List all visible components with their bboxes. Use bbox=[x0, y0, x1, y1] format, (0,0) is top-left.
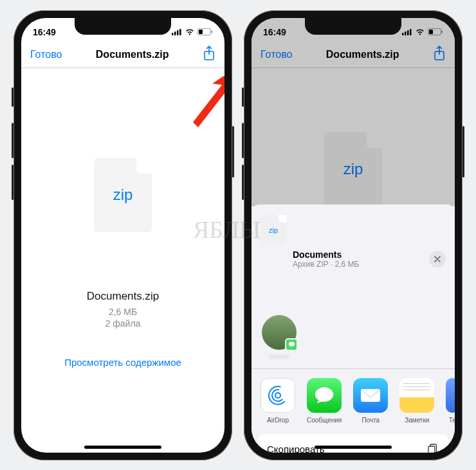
svg-rect-11 bbox=[407, 30, 409, 35]
status-time: 16:49 bbox=[33, 27, 56, 37]
file-name: Documents.zip bbox=[87, 290, 159, 303]
app-more[interactable]: Те bbox=[446, 378, 455, 424]
app-messages[interactable]: Сообщения bbox=[307, 378, 342, 424]
file-icon: zip bbox=[324, 132, 382, 206]
file-size: 2,6 МБ bbox=[109, 307, 137, 317]
close-icon bbox=[434, 256, 441, 262]
messages-icon bbox=[307, 378, 342, 413]
file-ext-label: zip bbox=[343, 160, 363, 178]
close-button[interactable] bbox=[429, 251, 446, 267]
svg-rect-2 bbox=[177, 30, 179, 35]
sheet-title: Documents bbox=[293, 249, 429, 260]
nav-bar: Готово Documents.zip bbox=[21, 42, 224, 68]
svg-rect-6 bbox=[212, 31, 213, 33]
page-title: Documents.zip bbox=[62, 49, 203, 60]
mail-icon bbox=[353, 378, 388, 413]
home-indicator[interactable] bbox=[315, 446, 392, 449]
done-button[interactable]: Готово bbox=[30, 49, 62, 60]
app-label: AirDrop bbox=[267, 417, 289, 424]
sheet-subtitle: Архив ZIP · 2,6 МБ bbox=[293, 260, 429, 269]
wifi-icon bbox=[415, 28, 425, 35]
phone-right: 16:49 Готово Documents.zip bbox=[244, 10, 462, 460]
page-title: Documents.zip bbox=[292, 49, 433, 60]
svg-point-17 bbox=[275, 393, 280, 398]
file-icon: zip bbox=[94, 158, 152, 232]
svg-rect-1 bbox=[174, 32, 176, 35]
svg-rect-14 bbox=[429, 30, 433, 34]
file-ext-label: zip bbox=[113, 186, 133, 204]
dimmed-background[interactable]: 16:49 Готово Documents.zip bbox=[252, 18, 455, 206]
action-list: Скопировать Сохранить в «Файлы» bbox=[252, 434, 455, 453]
svg-rect-20 bbox=[361, 389, 380, 402]
app-label: Сообщения bbox=[307, 417, 342, 424]
app-airdrop[interactable]: AirDrop bbox=[261, 378, 295, 424]
svg-rect-3 bbox=[179, 29, 181, 35]
svg-rect-9 bbox=[402, 33, 404, 35]
notch bbox=[75, 18, 171, 35]
share-button[interactable] bbox=[203, 46, 215, 64]
airdrop-icon bbox=[261, 378, 295, 413]
share-icon bbox=[433, 46, 446, 61]
nav-bar: Готово Documents.zip bbox=[252, 42, 455, 68]
svg-rect-12 bbox=[410, 29, 412, 35]
svg-rect-5 bbox=[199, 30, 203, 34]
share-icon bbox=[203, 46, 215, 61]
contact-name: ——— bbox=[270, 352, 289, 359]
app-label: Почта bbox=[362, 417, 380, 424]
share-contacts-row: ——— bbox=[252, 311, 455, 369]
battery-icon bbox=[197, 28, 213, 35]
signal-icon bbox=[402, 28, 412, 35]
callout-arrow bbox=[179, 76, 224, 134]
svg-rect-0 bbox=[172, 33, 174, 35]
app-mail[interactable]: Почта bbox=[353, 378, 388, 424]
action-copy[interactable]: Скопировать bbox=[258, 434, 448, 453]
share-sheet: zip Documents Архив ZIP · 2,6 МБ bbox=[252, 204, 455, 453]
app-label: Заметки bbox=[405, 417, 429, 424]
app-label: Те bbox=[449, 417, 455, 424]
sheet-file-icon: zip bbox=[261, 215, 286, 246]
notes-icon bbox=[399, 378, 434, 413]
copy-icon bbox=[426, 443, 439, 453]
svg-rect-22 bbox=[428, 446, 435, 453]
svg-rect-15 bbox=[442, 31, 443, 33]
wifi-icon bbox=[185, 28, 195, 35]
app-notes[interactable]: Заметки bbox=[399, 378, 434, 424]
share-button[interactable] bbox=[433, 46, 446, 64]
share-contact[interactable]: ——— bbox=[261, 315, 298, 359]
messages-badge-icon bbox=[285, 338, 298, 351]
signal-icon bbox=[172, 28, 182, 35]
svg-rect-10 bbox=[405, 32, 407, 35]
svg-point-18 bbox=[272, 390, 284, 401]
app-icon bbox=[446, 378, 455, 413]
file-count: 2 файла bbox=[105, 318, 141, 329]
file-ext-label: zip bbox=[269, 226, 278, 234]
done-button[interactable]: Готово bbox=[261, 49, 292, 60]
phone-left: 16:49 Готово Documents.zip zip Documents… bbox=[14, 10, 232, 460]
share-apps-row: AirDrop Сообщения Почта Заметки bbox=[252, 369, 455, 434]
battery-icon bbox=[428, 28, 443, 35]
home-indicator[interactable] bbox=[84, 446, 161, 449]
contact-avatar bbox=[262, 315, 297, 350]
view-contents-link[interactable]: Просмотреть содержимое bbox=[64, 357, 181, 368]
status-time: 16:49 bbox=[263, 27, 286, 37]
svg-marker-8 bbox=[193, 76, 224, 127]
notch bbox=[305, 18, 401, 35]
